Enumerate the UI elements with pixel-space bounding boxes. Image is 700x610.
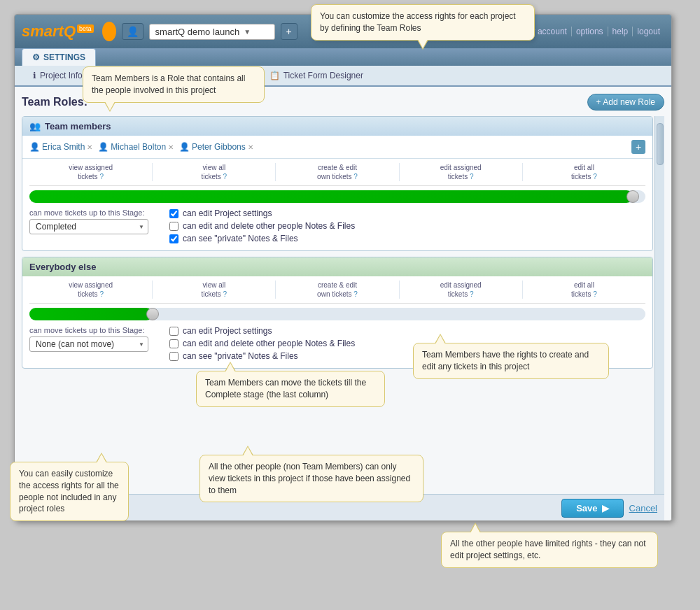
slider-thumb-everybody[interactable] [146, 308, 159, 320]
help-view-assigned[interactable]: ? [99, 173, 104, 180]
perm-columns-everybody: view assignedtickets ? view alltickets ?… [29, 281, 645, 304]
perm-col-ev-edit-assigned: edit assignedtickets ? [400, 281, 523, 299]
permissions-slider-team[interactable] [29, 190, 645, 203]
help-ev-view-assigned[interactable]: ? [99, 290, 104, 298]
bottom-options-team: can move tickets up to this Stage: Compl… [29, 208, 645, 246]
checkbox-edit-notes: can edit and delete other people Notes &… [169, 221, 645, 231]
options-link[interactable]: options [572, 27, 608, 36]
tab-bar: ⚙ SETTINGS [15, 48, 671, 66]
dropdown-arrow-icon: ▼ [244, 28, 251, 36]
member-erica: 👤 Erica Smith ✕ [29, 142, 92, 152]
help-create-edit[interactable]: ? [354, 173, 358, 180]
perm-columns-team: view assignedtickets ? view alltickets ?… [29, 163, 645, 186]
perm-col-view-all: view alltickets ? [153, 163, 276, 181]
scrollbar-track[interactable] [654, 116, 664, 494]
beta-badge: beta [77, 24, 94, 33]
checkbox-edit-notes-label: can edit and delete other people Notes &… [183, 221, 355, 231]
perm-col-edit-assigned: edit assignedtickets ? [400, 163, 523, 181]
add-project-button[interactable]: + [281, 23, 298, 40]
member-icon: 👤 [179, 142, 190, 152]
remove-michael-button[interactable]: ✕ [168, 143, 174, 151]
page-title: Team Roles: [22, 96, 88, 108]
member-icon: 👤 [29, 142, 40, 152]
checkbox-private-notes: can see "private" Notes & Files [169, 234, 645, 243]
tooltip-everybody-customize: You can easily customize the access righ… [10, 462, 129, 521]
permissions-slider-everybody[interactable] [29, 308, 645, 320]
role-members-row: 👤 Erica Smith ✕ 👤 Michael Bolton ✕ 👤 Pet… [22, 136, 652, 159]
stage-select-wrapper-team: Completed In Progress None (can not move… [29, 219, 148, 234]
checkbox-see-private-notes[interactable] [169, 234, 178, 243]
project-name: smartQ demo launch [155, 27, 240, 37]
perm-col-edit-all: edit alltickets ? [523, 163, 645, 181]
project-selector[interactable]: smartQ demo launch ▼ [149, 24, 275, 40]
save-button[interactable]: Save ▶ [561, 499, 623, 518]
checkbox-ev-edit-project-settings[interactable] [169, 327, 178, 336]
checkbox-ev-see-private-notes[interactable] [169, 352, 178, 361]
user-icon-button[interactable]: 👤 [122, 23, 144, 40]
tab-settings[interactable]: ⚙ SETTINGS [22, 48, 96, 66]
perm-col-view-assigned: view assignedtickets ? [29, 163, 153, 181]
checkbox-edit-project-label: can edit Project settings [183, 208, 272, 218]
cancel-button[interactable]: Cancel [629, 503, 657, 513]
stage-select-team[interactable]: Completed In Progress None (can not move… [29, 219, 148, 234]
slider-fill-team [29, 190, 633, 203]
checkbox-edit-project: can edit Project settings [169, 208, 645, 218]
tooltip-move-tickets: Team Members can move the tickets till t… [196, 371, 385, 407]
stage-selector-everybody: can move tickets up to this Stage: None … [29, 326, 155, 352]
info-icon: ℹ [33, 71, 36, 80]
remove-peter-button[interactable]: ✕ [248, 143, 253, 151]
checkbox-ev-private-notes-label: can see "private" Notes & Files [183, 351, 298, 361]
stage-label-everybody: can move tickets up to this Stage: [29, 326, 155, 334]
stage-label-team: can move tickets up to this Stage: [29, 208, 155, 217]
checkbox-ev-edit-project-label: can edit Project settings [183, 326, 272, 336]
role-card-team-members: 👥 Team members 👤 Erica Smith ✕ 👤 Michael… [22, 116, 653, 251]
everybody-name: Everybody else [29, 262, 96, 272]
perm-col-ev-view-assigned: view assignedtickets ? [29, 281, 153, 299]
add-role-button[interactable]: + Add new Role [587, 94, 664, 111]
stage-select-everybody[interactable]: None (can not move) Completed In Progres… [29, 336, 148, 352]
checkbox-edit-delete-notes[interactable] [169, 222, 178, 231]
checkboxes-team: can edit Project settings can edit and d… [169, 208, 645, 246]
help-view-all[interactable]: ? [223, 173, 227, 180]
stage-selector-team: can move tickets up to this Stage: Compl… [29, 208, 155, 234]
tooltip-everybody-limited: All the other people have limited rights… [441, 532, 658, 568]
help-edit-assigned[interactable]: ? [470, 173, 474, 180]
tooltip-team-members-role: Team Members is a Role that contains all… [83, 66, 265, 103]
role-header-everybody: Everybody else [22, 257, 652, 276]
perm-col-ev-create-edit: create & editown tickets ? [276, 281, 399, 299]
help-link[interactable]: help [608, 27, 634, 36]
help-ev-create-edit[interactable]: ? [354, 290, 358, 298]
checkbox-ev-edit-project: can edit Project settings [169, 326, 645, 336]
member-peter: 👤 Peter Gibbons ✕ [179, 142, 253, 152]
settings-icon: ⚙ [32, 52, 40, 62]
help-edit-all[interactable]: ? [593, 173, 597, 180]
scrollbar-thumb[interactable] [657, 123, 664, 165]
form-icon: 📋 [270, 71, 280, 80]
tooltip-top: You can customize the access rights for … [311, 4, 535, 41]
checkbox-edit-project-settings[interactable] [169, 209, 178, 218]
perm-col-ev-edit-all: edit alltickets ? [523, 281, 645, 299]
slider-fill-everybody [29, 308, 153, 320]
permissions-area-team: view assignedtickets ? view alltickets ?… [22, 159, 652, 250]
logo: smartQ [22, 22, 76, 41]
role-icon: 👥 [29, 121, 41, 132]
add-member-button[interactable]: + [631, 140, 645, 154]
checkbox-ev-edit-delete-notes[interactable] [169, 339, 178, 348]
member-icon: 👤 [98, 142, 108, 152]
save-arrow-icon: ▶ [602, 503, 609, 513]
perm-col-create-edit: create & editown tickets ? [276, 163, 399, 181]
member-michael: 👤 Michael Bolton ✕ [98, 142, 174, 152]
slider-thumb-team[interactable] [626, 190, 639, 203]
help-ev-edit-assigned[interactable]: ? [470, 290, 474, 298]
tab-ticket-form-designer[interactable]: 📋 Ticket Form Designer [258, 66, 374, 87]
help-ev-edit-all[interactable]: ? [593, 290, 597, 298]
help-ev-view-all[interactable]: ? [223, 290, 227, 298]
checkbox-ev-edit-notes-label: can edit and delete other people Notes &… [183, 339, 355, 348]
tooltip-everybody-view: All the other people (non Team Members) … [200, 455, 424, 502]
remove-erica-button[interactable]: ✕ [87, 143, 92, 151]
logout-link[interactable]: logout [633, 27, 664, 36]
logo-icon [102, 22, 116, 41]
checkbox-private-notes-label: can see "private" Notes & Files [183, 234, 298, 243]
role-name-team-members: Team members [45, 121, 111, 132]
tooltip-create-edit-rights: Team Members have the rights to create a… [413, 343, 609, 379]
